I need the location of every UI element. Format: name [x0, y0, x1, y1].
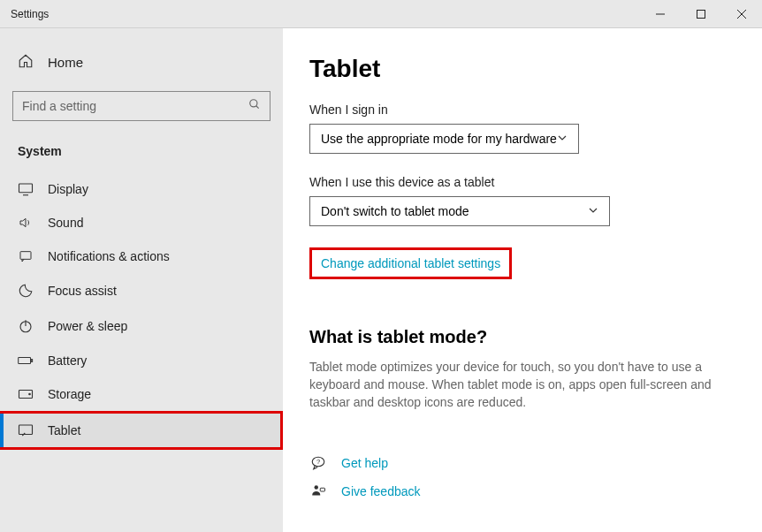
content: Home Find a setting System Display Sound… [0, 28, 762, 532]
maximize-button[interactable] [681, 0, 721, 28]
svg-point-14 [29, 393, 31, 395]
sidebar-item-label: Sound [48, 216, 83, 230]
sidebar-item-label: Power & sleep [48, 319, 127, 333]
what-is-heading: What is tablet mode? [309, 327, 727, 347]
help-icon: ? [309, 455, 327, 471]
sidebar-section-title: System [0, 137, 283, 172]
sidebar-item-battery[interactable]: Battery [0, 344, 283, 377]
svg-rect-11 [19, 358, 31, 364]
main-panel: Tablet When I sign in Use the appropriat… [283, 28, 762, 532]
what-is-description: Tablet mode optimizes your device for to… [309, 358, 725, 411]
give-feedback-link[interactable]: Give feedback [341, 484, 421, 498]
svg-rect-12 [31, 360, 32, 362]
tablet-highlight-box: Tablet [0, 411, 283, 450]
svg-line-5 [256, 106, 259, 109]
sidebar-item-label: Storage [48, 387, 91, 401]
svg-point-4 [250, 100, 257, 107]
close-button[interactable] [721, 0, 762, 28]
device-select[interactable]: Don't switch to tablet mode [309, 196, 610, 226]
chevron-down-icon [557, 132, 568, 146]
battery-icon [18, 354, 34, 367]
sidebar-item-tablet[interactable]: Tablet [0, 414, 280, 447]
sidebar-item-label: Tablet [48, 423, 80, 437]
chevron-down-icon [588, 204, 598, 218]
search-input[interactable]: Find a setting [12, 91, 271, 121]
svg-rect-1 [697, 10, 705, 18]
svg-rect-15 [19, 425, 33, 435]
sidebar: Home Find a setting System Display Sound… [0, 28, 283, 532]
sidebar-item-label: Focus assist [48, 284, 117, 298]
minimize-button[interactable] [640, 0, 681, 28]
sound-icon [18, 216, 34, 230]
get-help-row: ? Get help [309, 455, 727, 471]
titlebar: Settings [0, 0, 762, 28]
display-icon [18, 182, 34, 196]
device-select-value: Don't switch to tablet mode [321, 204, 469, 218]
signin-label: When I sign in [309, 103, 727, 117]
storage-icon [18, 388, 34, 400]
sidebar-item-storage[interactable]: Storage [0, 377, 283, 411]
sidebar-item-notifications[interactable]: Notifications & actions [0, 239, 283, 273]
home-icon [18, 53, 34, 72]
signin-select-value: Use the appropriate mode for my hardware [321, 132, 557, 146]
svg-rect-6 [19, 184, 33, 193]
page-title: Tablet [309, 55, 727, 83]
change-link-highlight-box: Change additional tablet settings [309, 247, 512, 279]
svg-text:?: ? [316, 458, 320, 466]
feedback-icon [309, 483, 327, 499]
sidebar-item-focus-assist[interactable]: Focus assist [0, 273, 283, 308]
get-help-link[interactable]: Get help [341, 456, 388, 470]
signin-select[interactable]: Use the appropriate mode for my hardware [309, 124, 579, 154]
focus-assist-icon [18, 283, 34, 299]
window-controls [640, 0, 762, 28]
sidebar-item-sound[interactable]: Sound [0, 206, 283, 239]
give-feedback-row: Give feedback [309, 483, 727, 499]
sidebar-item-label: Notifications & actions [48, 249, 170, 263]
change-tablet-settings-link[interactable]: Change additional tablet settings [321, 256, 500, 270]
footer-links: ? Get help Give feedback [309, 455, 727, 499]
notifications-icon [18, 249, 34, 263]
device-label: When I use this device as a tablet [309, 175, 727, 189]
search-icon [248, 98, 261, 114]
sidebar-item-label: Display [48, 182, 88, 196]
sidebar-item-display[interactable]: Display [0, 172, 283, 206]
sidebar-item-label: Battery [48, 353, 87, 368]
svg-rect-8 [20, 252, 31, 260]
power-icon [18, 318, 34, 334]
search-placeholder: Find a setting [22, 99, 96, 113]
titlebar-title: Settings [0, 8, 49, 20]
tablet-icon [18, 423, 34, 437]
sidebar-home[interactable]: Home [0, 42, 283, 82]
sidebar-item-power-sleep[interactable]: Power & sleep [0, 308, 283, 344]
svg-rect-19 [320, 488, 324, 491]
svg-point-18 [315, 485, 319, 490]
sidebar-home-label: Home [48, 55, 83, 70]
